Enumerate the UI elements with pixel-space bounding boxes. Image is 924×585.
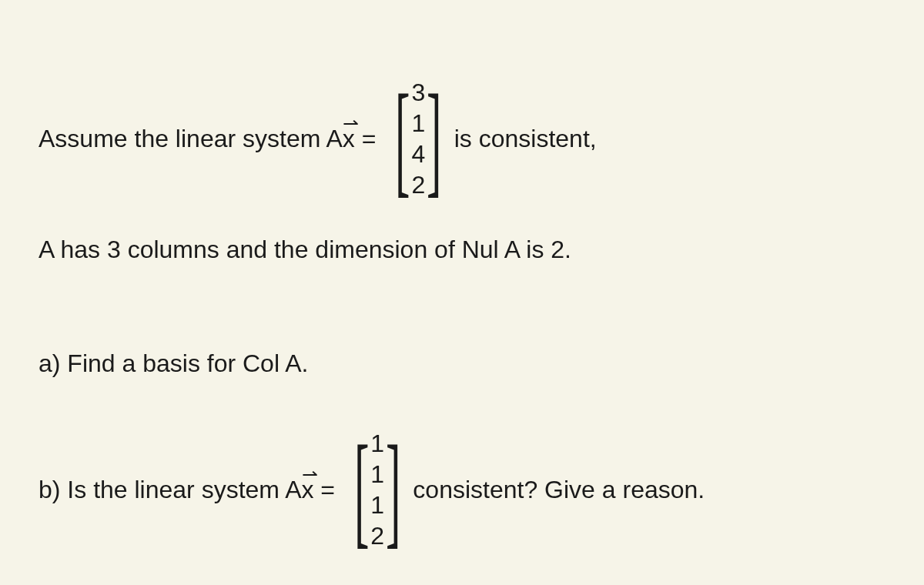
- vector-x-symbol: ⇀ x: [343, 120, 355, 157]
- vector2-entry-4: 2: [370, 520, 384, 551]
- part-b-text1: b) Is the linear system A: [38, 471, 301, 508]
- vector1-entry-4: 2: [412, 169, 426, 200]
- part-a-line: a) Find a basis for Col A.: [38, 345, 886, 382]
- part-b-line: b) Is the linear system A ⇀ x = [ 1 1 1 …: [38, 420, 886, 559]
- vector1-entry-3: 4: [412, 139, 426, 169]
- left-bracket-icon-b: [: [354, 433, 369, 546]
- right-bracket-icon: ]: [427, 82, 441, 195]
- arrow-icon-b: ⇀: [302, 460, 317, 489]
- part-b-text2: consistent? Give a reason.: [413, 471, 705, 508]
- preamble-text1: Assume the linear system A: [38, 120, 343, 157]
- vector2-entry-1: 1: [370, 428, 384, 459]
- vector2-entry-3: 1: [370, 490, 384, 520]
- conditions-text: A has 3 columns and the dimension of Nul…: [38, 231, 571, 268]
- vector1-entry-1: 3: [412, 77, 426, 108]
- part-a-text: a) Find a basis for Col A.: [38, 345, 308, 382]
- preamble-line: Assume the linear system A ⇀ x = [ 3 1 4…: [38, 69, 886, 208]
- right-bracket-icon-b: ]: [386, 433, 400, 546]
- column-vector-2: [ 1 1 1 2 ]: [345, 420, 410, 559]
- equals-sign: =: [355, 120, 383, 157]
- vector1-entries: 3 1 4 2: [412, 77, 426, 200]
- conditions-line: A has 3 columns and the dimension of Nul…: [38, 231, 886, 268]
- vector2-entries: 1 1 1 2: [370, 428, 384, 551]
- column-vector-1: [ 3 1 4 2 ]: [386, 69, 450, 208]
- arrow-icon: ⇀: [343, 109, 358, 138]
- left-bracket-icon: [: [395, 82, 410, 195]
- vector2-entry-2: 1: [370, 459, 384, 490]
- equals-sign-b: =: [313, 471, 341, 508]
- vector-x-symbol-b: ⇀ x: [301, 471, 313, 508]
- vector1-entry-2: 1: [412, 108, 426, 139]
- preamble-text2: is consistent,: [454, 120, 597, 157]
